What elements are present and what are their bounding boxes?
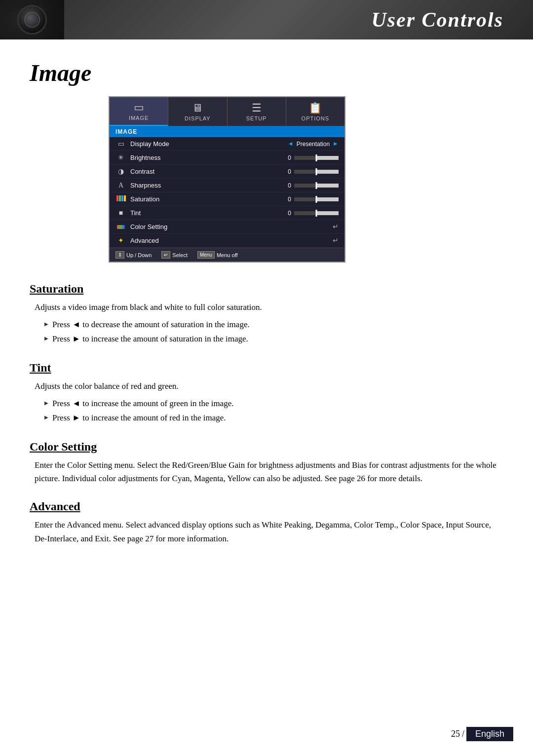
contrast-icon: ◑ (115, 167, 126, 176)
nav-select-label: Select (172, 252, 188, 258)
sharpness-slider-fill (316, 184, 339, 188)
brightness-icon: ✳ (115, 153, 126, 162)
contrast-slider-fill (316, 170, 339, 174)
saturation-body: Adjusts a video image from black and whi… (30, 301, 503, 314)
tab-options[interactable]: 📋 OPTIONS (286, 97, 344, 126)
sharpness-label: Sharpness (130, 182, 284, 189)
display-tab-icon: 🖥 (192, 102, 203, 114)
tint-icon: ■ (115, 209, 126, 217)
sharpness-icon: A (115, 182, 126, 189)
tint-bullet-0: Press ◄ to increase the amount of green … (44, 397, 503, 411)
options-tab-label: OPTIONS (302, 115, 330, 121)
saturation-slider[interactable] (294, 197, 339, 201)
contrast-label: Contrast (130, 168, 284, 175)
color-setting-enter-icon: ↵ (333, 223, 339, 231)
tint-slider[interactable] (294, 211, 339, 215)
menu-tab-row: ▭ IMAGE 🖥 DISPLAY ☰ SETUP 📋 OPTIONS (110, 97, 344, 126)
tint-section-title: Tint (30, 361, 503, 375)
tint-label: Tint (130, 209, 284, 217)
advanced-label: Advanced (130, 237, 333, 244)
display-mode-icon: ▭ (115, 140, 126, 148)
color-setting-label: Color Setting (130, 223, 333, 230)
display-tab-label: DISPLAY (185, 115, 211, 121)
sharpness-slider-thumb (316, 182, 317, 189)
menu-row-tint[interactable]: ■ Tint 0 (110, 206, 344, 220)
color-setting-icon (115, 223, 126, 231)
menu-row-color-setting[interactable]: Color Setting ↵ (110, 220, 344, 234)
header-bar: User Controls (0, 0, 533, 39)
menu-row-sharpness[interactable]: A Sharpness 0 (110, 179, 344, 192)
sharpness-value: 0 (284, 182, 291, 189)
saturation-bullet-0: Press ◄ to decrease the amount of satura… (44, 318, 503, 332)
image-tab-label: IMAGE (129, 115, 149, 121)
menu-row-saturation[interactable]: Saturation 0 (110, 192, 344, 206)
menu-section-header: IMAGE (110, 126, 344, 137)
tint-value: 0 (284, 210, 291, 217)
saturation-slider-thumb (316, 196, 317, 203)
contrast-slider-thumb (316, 168, 317, 175)
camera-graphic (0, 0, 64, 39)
contrast-slider[interactable] (294, 170, 339, 174)
saturation-icon (115, 195, 126, 203)
brightness-slider-fill (316, 156, 339, 160)
menu-row-advanced[interactable]: ✦ Advanced ↵ (110, 234, 344, 248)
tint-bullets: Press ◄ to increase the amount of green … (30, 397, 503, 425)
tab-setup[interactable]: ☰ SETUP (228, 97, 286, 126)
page-number: 25 (451, 729, 460, 739)
advanced-icon: ✦ (115, 236, 126, 245)
menu-ui: ▭ IMAGE 🖥 DISPLAY ☰ SETUP 📋 OPTIONS IMAG… (109, 96, 345, 263)
tint-body: Adjusts the color balance of red and gre… (30, 379, 503, 393)
advanced-section-title: Advanced (30, 500, 503, 513)
advanced-enter-icon: ↵ (333, 236, 339, 245)
menu-row-contrast[interactable]: ◑ Contrast 0 (110, 165, 344, 179)
menu-row-display-mode[interactable]: ▭ Display Mode ◄ Presentation ► (110, 137, 344, 151)
select-icon: ↵ (161, 251, 170, 259)
display-mode-label: Display Mode (130, 140, 288, 148)
display-mode-value: ◄ Presentation ► (288, 140, 339, 148)
page-title: User Controls (371, 8, 503, 32)
tint-slider-thumb (316, 210, 317, 217)
nav-menu-off-label: Menu off (217, 252, 238, 258)
color-setting-section-title: Color Setting (30, 440, 503, 454)
display-mode-value-text: Presentation (297, 141, 330, 148)
brightness-label: Brightness (130, 154, 284, 161)
nav-menu-off: Menu Menu off (197, 251, 238, 259)
saturation-slider-fill (316, 197, 339, 201)
page-separator: / (462, 729, 464, 739)
setup-tab-icon: ☰ (252, 102, 262, 114)
nav-up-down-label: Up / Down (126, 252, 152, 258)
tab-display[interactable]: 🖥 DISPLAY (168, 97, 227, 126)
menu-nav-bar: ⇕ Up / Down ↵ Select Menu Menu off (110, 248, 344, 262)
saturation-label: Saturation (130, 195, 284, 203)
right-arrow-icon: ► (333, 140, 339, 148)
menu-rows: ▭ Display Mode ◄ Presentation ► ✳ Bright… (110, 137, 344, 248)
nav-up-down: ⇕ Up / Down (115, 251, 152, 259)
brightness-value: 0 (284, 154, 291, 161)
main-section-title: Image (30, 59, 503, 86)
color-setting-body: Enter the Color Setting menu. Select the… (30, 458, 503, 485)
contrast-value: 0 (284, 168, 291, 175)
page-content: Image ▭ IMAGE 🖥 DISPLAY ☰ SETUP 📋 OPTION… (0, 39, 533, 569)
advanced-body: Enter the Advanced menu. Select advanced… (30, 518, 503, 545)
up-down-icon: ⇕ (115, 251, 124, 259)
brightness-slider-thumb (316, 154, 317, 161)
sharpness-slider[interactable] (294, 184, 339, 188)
page-footer: 25 / English (451, 727, 513, 741)
language-label: English (466, 727, 513, 741)
options-tab-icon: 📋 (308, 102, 322, 114)
camera-lens (17, 5, 47, 35)
saturation-bullets: Press ◄ to decrease the amount of satura… (30, 318, 503, 346)
brightness-slider[interactable] (294, 156, 339, 160)
saturation-value: 0 (284, 196, 291, 203)
menu-icon: Menu (197, 251, 215, 259)
tint-slider-fill (316, 211, 339, 215)
tab-image[interactable]: ▭ IMAGE (110, 97, 168, 126)
left-arrow-icon: ◄ (288, 140, 294, 148)
setup-tab-label: SETUP (246, 115, 267, 121)
menu-row-brightness[interactable]: ✳ Brightness 0 (110, 151, 344, 165)
saturation-bullet-1: Press ► to increase the amount of satura… (44, 332, 503, 346)
tint-bullet-1: Press ► to increase the amount of red in… (44, 411, 503, 425)
image-tab-icon: ▭ (134, 101, 144, 114)
saturation-section-title: Saturation (30, 282, 503, 296)
nav-select: ↵ Select (161, 251, 188, 259)
